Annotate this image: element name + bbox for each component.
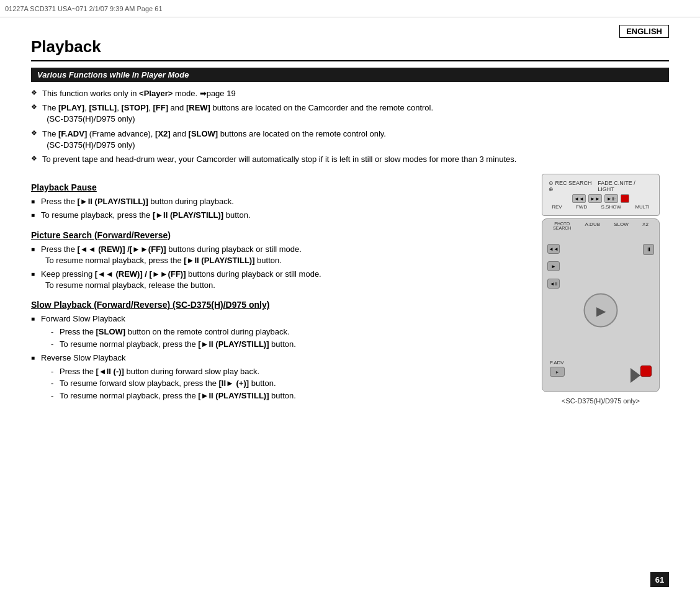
bullet-2: The [PLAY], [STILL], [STOP], [FF] and [R… [31,102,669,125]
playback-pause-item-2: To resume playback, press the [►II (PLAY… [31,210,520,221]
slow-playback-list: Forward Slow Playback Press the [SLOW] b… [31,313,520,401]
page-number: 61 [650,572,669,587]
cam-label-photosearch: PHOTOSEARCH [553,222,571,230]
header-bar: 01227A SCD371 USA~071 2/1/07 9:39 AM Pag… [0,0,700,17]
english-badge: ENGLISH [619,25,669,38]
picture-search-item-1: Press the [◄◄ (REW)] /[►►(FF)] buttons d… [31,244,520,266]
cam-center-circle: ▶ [584,294,618,328]
remote-bottom-labels: REV FWD S.SHOW MULTI [545,204,657,210]
slow-playback-title: Slow Playback (Forward/Reverse) (SC-D375… [31,300,520,310]
picture-search-title: Picture Search (Forward/Reverse) [31,230,520,240]
forward-slow-sub: Press the [SLOW] button on the remote co… [51,326,520,350]
forward-slow-item: Forward Slow Playback Press the [SLOW] b… [31,313,520,350]
cam-stop-btn[interactable] [640,366,652,377]
cam-label-x2: X2 [642,222,648,230]
cam-top-labels: PHOTOSEARCH A.DUB SLOW X2 [542,219,659,231]
remote-label-left: ⊙ REC SEARCH ⊕ [549,180,598,192]
reverse-slow-sub-1: Press the [◄II (-)] button during forwar… [51,366,520,378]
cam-triangle-shape [630,368,640,383]
cam-body: ◄◄ ► ◄II ▶ ⏸ F.ADV ► [542,231,659,389]
cam-label-adub: A.DUB [585,222,600,230]
bullet-1: This function works only in <Player> mod… [31,88,669,99]
header-text: 01227A SCD371 USA~071 2/1/07 9:39 AM Pag… [5,5,163,12]
remote-multi-label: MULTI [635,204,649,210]
cam-pause-btn[interactable]: ⏸ [643,244,654,255]
remote-label-right: FADE C.NITE / LIGHT [598,180,653,192]
camcorder-image: PHOTOSEARCH A.DUB SLOW X2 ◄◄ ► ◄II ▶ [542,218,660,392]
cam-fadv-btn[interactable]: ► [550,367,565,377]
cam-rew-btn[interactable]: ◄◄ [547,244,560,254]
cam-minus-btn[interactable]: ◄II [547,279,560,289]
cam-caption: <SC-D375(H)/D975 only> [562,397,640,405]
main-content: Playback Various Functions while in Play… [31,37,669,567]
page-title: Playback [31,37,669,61]
picture-search-item-2: Keep pressing [◄◄ (REW)] / [►►(FF)] butt… [31,269,520,291]
cam-fadv-area: F.ADV ► [550,360,565,377]
reverse-slow-sub-3: To resume normal playback, press the [►I… [51,390,520,402]
forward-slow-sub-1: Press the [SLOW] button on the remote co… [51,326,520,338]
remote-top-label-row: ⊙ REC SEARCH ⊕ FADE C.NITE / LIGHT [545,180,657,192]
cam-play-btn[interactable]: ► [547,261,560,271]
section-banner: Various Functions while in Player Mode [31,68,669,82]
reverse-slow-sub-2: To resume forward slow playback, press t… [51,377,520,390]
bullet-3: The [F.ADV] (Frame advance), [X2] and [S… [31,128,669,151]
playback-pause-item-1: Press the [►II (PLAY/STILL)] button duri… [31,196,520,207]
remote-stop-btn[interactable] [621,194,629,203]
reverse-slow-sub: Press the [◄II (-)] button during forwar… [51,366,520,402]
playback-pause-title: Playback Pause [31,182,520,192]
remote-fwd-btn[interactable]: ►► [588,194,602,203]
forward-slow-sub-2: To resume normal playback, press the [►I… [51,338,520,351]
remote-button-row: ◄◄ ►► ►II· [572,194,629,203]
forward-slow-label: Forward Slow Playback [41,314,125,323]
intro-bullets: This function works only in <Player> mod… [31,88,669,165]
remote-fwd-label: FWD [576,204,587,210]
reverse-slow-label: Reverse Slow Playback [41,353,126,362]
remote-play-btn[interactable]: ►II· [604,194,618,203]
content-area: Playback Pause Press the [►II (PLAY/STIL… [31,174,669,406]
right-column: ⊙ REC SEARCH ⊕ FADE C.NITE / LIGHT ◄◄ ►►… [532,174,669,406]
remote-rew-btn[interactable]: ◄◄ [572,194,586,203]
cam-label-slow: SLOW [614,222,629,230]
picture-search-list: Press the [◄◄ (REW)] /[►►(FF)] buttons d… [31,244,520,292]
remote-control-panel: ⊙ REC SEARCH ⊕ FADE C.NITE / LIGHT ◄◄ ►►… [542,174,660,216]
reverse-slow-item: Reverse Slow Playback Press the [◄II (-)… [31,352,520,401]
remote-sshow-label: S.SHOW [601,204,621,210]
playback-pause-list: Press the [►II (PLAY/STILL)] button duri… [31,196,520,221]
left-column: Playback Pause Press the [►II (PLAY/STIL… [31,174,520,406]
cam-left-btns: ◄◄ ► ◄II [547,244,560,289]
cam-fadv-label: F.ADV [550,360,564,366]
cam-right-btns: ⏸ [643,244,654,255]
bullet-4: To prevent tape and head-drum wear, your… [31,154,669,165]
remote-rev-label: REV [552,204,562,210]
